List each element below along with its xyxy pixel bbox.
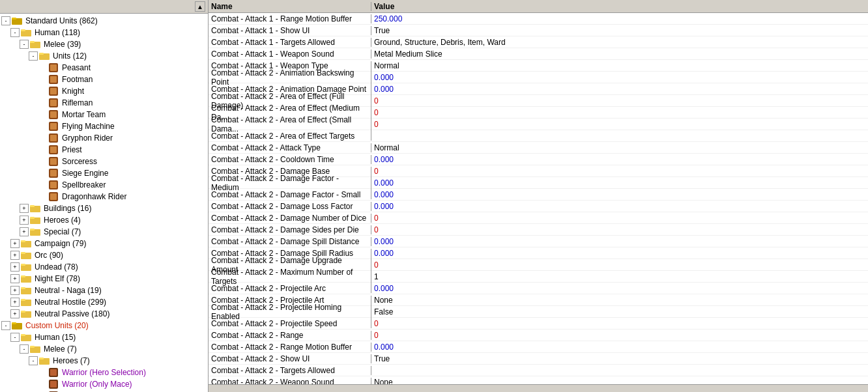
tree-toggle-units-12[interactable]: - <box>29 51 38 61</box>
table-row[interactable]: Combat - Attack 2 - Damage Factor - Smal… <box>209 189 868 201</box>
prop-value: 0.000 <box>371 73 868 82</box>
prop-value: 0.000 <box>371 190 868 199</box>
tree-item-knight[interactable]: Knight <box>0 85 208 97</box>
table-row[interactable]: Combat - Attack 2 - Targets Allowed <box>209 365 868 376</box>
tree-item-orc-90[interactable]: +Orc (90) <box>0 249 208 261</box>
table-row[interactable]: Combat - Attack 2 - Damage Loss Factor 0… <box>209 201 868 212</box>
tree-item-special-7[interactable]: +Special (7) <box>0 226 208 238</box>
tree-item-footman[interactable]: Footman <box>0 74 208 85</box>
prop-name: Combat - Attack 1 - Weapon Sound <box>209 49 371 59</box>
table-row[interactable]: Combat - Attack 1 - Targets Allowed Grou… <box>209 36 868 48</box>
prop-name: Combat - Attack 2 - Animation Backswing … <box>209 68 371 87</box>
table-row[interactable]: Combat - Attack 2 - Weapon Sound None <box>209 376 868 384</box>
table-row[interactable]: Combat - Attack 1 - Weapon Sound Metal M… <box>209 48 868 60</box>
tree-item-dragonhawk-rider[interactable]: Dragonhawk Rider <box>0 191 208 203</box>
tree-item-human-15[interactable]: -Human (15) <box>0 331 208 343</box>
table-row[interactable]: Combat - Attack 1 - Range Motion Buffer … <box>209 13 868 25</box>
unit-icon <box>48 74 59 85</box>
table-row[interactable]: Combat - Attack 2 - Damage Sides per Die… <box>209 224 868 236</box>
prop-value: 0.000 <box>371 85 868 94</box>
prop-value: 0 <box>371 120 868 129</box>
tree-toggle-neutral-passive-180[interactable]: + <box>10 309 20 318</box>
prop-value: Ground, Structure, Debris, Item, Ward <box>371 38 868 47</box>
tree-toggle-night-elf-78[interactable]: + <box>10 274 20 283</box>
tree-item-sorceress[interactable]: Sorceress <box>0 156 208 167</box>
tree-item-label: Heroes (7) <box>53 356 90 365</box>
tree-toggle-human-118[interactable]: - <box>10 28 20 37</box>
tree-item-spellbreaker[interactable]: Spellbreaker <box>0 179 208 191</box>
tree-scroll-up-btn[interactable]: ▲ <box>195 1 205 12</box>
hscrollbar-track[interactable] <box>209 385 868 393</box>
tree-item-melee-7[interactable]: -Melee (7) <box>0 343 208 355</box>
table-row[interactable]: Combat - Attack 2 - Range 0 <box>209 329 868 341</box>
svg-rect-27 <box>50 170 57 176</box>
unit-icon <box>48 98 59 108</box>
table-row[interactable]: Combat - Attack 2 - Attack Type Normal <box>209 142 868 154</box>
table-row[interactable]: Combat - Attack 2 - Maximum Number of Ta… <box>209 271 868 283</box>
table-row[interactable]: Combat - Attack 2 - Animation Backswing … <box>209 72 868 83</box>
tree-item-campaign-79[interactable]: +Campaign (79) <box>0 238 208 249</box>
folder-icon <box>30 344 40 354</box>
table-row[interactable]: Combat - Attack 2 - Area of Effect Targe… <box>209 130 868 142</box>
tree-item-gryphon-rider[interactable]: Gryphon Rider <box>0 132 208 144</box>
prop-value: True <box>371 26 868 35</box>
tree-item-night-elf-78[interactable]: +Night Elf (78) <box>0 273 208 285</box>
tree-toggle-melee-39[interactable]: - <box>20 40 29 49</box>
table-row[interactable]: Combat - Attack 2 - Projectile Homing En… <box>209 306 868 318</box>
tree-item-warrior-only-mace[interactable]: Warrior (Only Mace) <box>0 378 208 390</box>
tree-toggle-undead-78[interactable]: + <box>10 262 20 272</box>
tree-item-priest[interactable]: Priest <box>0 144 208 156</box>
tree-item-heroes-4[interactable]: +Heroes (4) <box>0 214 208 226</box>
tree-item-human-118[interactable]: -Human (118) <box>0 27 208 38</box>
tree-container: -Standard Units (862)-Human (118)-Melee … <box>0 14 208 392</box>
tree-toggle-human-15[interactable]: - <box>10 333 20 342</box>
prop-name: Combat - Attack 2 - Damage Sides per Die <box>209 225 371 234</box>
prop-name: Combat - Attack 2 - Targets Allowed <box>209 366 371 375</box>
tree-toggle-campaign-79[interactable]: + <box>10 239 20 248</box>
table-row[interactable]: Combat - Attack 2 - Range Motion Buffer … <box>209 341 868 353</box>
tree-item-standard-units[interactable]: -Standard Units (862) <box>0 15 208 27</box>
tree-item-flying-machine[interactable]: Flying Machine <box>0 120 208 132</box>
svg-rect-23 <box>50 147 57 153</box>
tree-toggle-melee-7[interactable]: - <box>20 344 29 354</box>
tree-toggle-custom-units-20[interactable]: - <box>1 321 10 330</box>
tree-toggle-orc-90[interactable]: + <box>10 251 20 260</box>
tree-item-heroes-7[interactable]: -Heroes (7) <box>0 355 208 367</box>
tree-item-neutral-passive-180[interactable]: +Neutral Passive (180) <box>0 308 208 320</box>
tree-toggle-special-7[interactable]: + <box>20 227 29 236</box>
table-row[interactable]: Combat - Attack 2 - Cooldown Time 0.000 <box>209 154 868 165</box>
table-row[interactable]: Combat - Attack 2 - Projectile Speed 0 <box>209 318 868 329</box>
prop-value: 0 <box>371 167 868 176</box>
tree-toggle-buildings-16[interactable]: + <box>20 204 29 213</box>
table-body: Combat - Attack 1 - Range Motion Buffer … <box>209 13 868 384</box>
table-row[interactable]: Combat - Attack 2 - Damage Spill Distanc… <box>209 236 868 247</box>
unit-icon <box>48 63 59 73</box>
horizontal-scrollbar[interactable] <box>209 384 868 392</box>
tree-item-custom-units-20[interactable]: -Custom Units (20) <box>0 320 208 331</box>
tree-toggle-heroes-4[interactable]: + <box>20 216 29 225</box>
tree-item-units-12[interactable]: -Units (12) <box>0 50 208 62</box>
svg-rect-21 <box>50 135 57 141</box>
tree-item-siege-engine[interactable]: Siege Engine <box>0 167 208 179</box>
table-row[interactable]: Combat - Attack 2 - Damage Number of Dic… <box>209 212 868 224</box>
tree-item-mortar-team[interactable]: Mortar Team <box>0 109 208 120</box>
tree-toggle-neutral-naga-19[interactable]: + <box>10 286 20 295</box>
tree-item-peasant[interactable]: Peasant <box>0 62 208 74</box>
svg-rect-5 <box>30 41 35 43</box>
tree-item-buildings-16[interactable]: +Buildings (16) <box>0 203 208 214</box>
tree-toggle-neutral-hostile-299[interactable]: + <box>10 298 20 307</box>
tree-toggle-standard-units[interactable]: - <box>1 16 10 25</box>
table-row[interactable]: Combat - Attack 2 - Projectile Arc 0.000 <box>209 283 868 294</box>
tree-item-neutral-hostile-299[interactable]: +Neutral Hostile (299) <box>0 296 208 308</box>
table-row[interactable]: Combat - Attack 1 - Show UI True <box>209 25 868 36</box>
tree-item-label: Melee (39) <box>44 40 81 49</box>
table-row[interactable]: Combat - Attack 2 - Damage Factor - Medi… <box>209 177 868 189</box>
tree-item-melee-39[interactable]: -Melee (39) <box>0 38 208 50</box>
tree-item-neutral-naga-19[interactable]: +Neutral - Naga (19) <box>0 285 208 296</box>
tree-toggle-heroes-7[interactable]: - <box>29 356 38 365</box>
table-row[interactable]: Combat - Attack 2 - Show UI True <box>209 353 868 365</box>
tree-item-warrior-hero-sel[interactable]: Warrior (Hero Selection) <box>0 367 208 378</box>
tree-item-rifleman[interactable]: Rifleman <box>0 97 208 109</box>
tree-item-undead-78[interactable]: +Undead (78) <box>0 261 208 273</box>
table-row[interactable]: Combat - Attack 2 - Area of Effect (Smal… <box>209 119 868 130</box>
